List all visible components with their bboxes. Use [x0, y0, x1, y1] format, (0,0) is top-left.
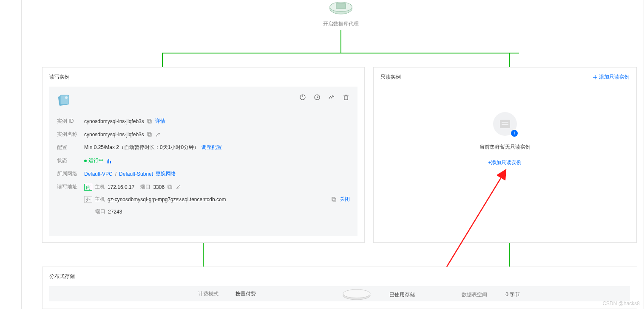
label-billing: 计费模式 [198, 290, 225, 298]
config-value: Min 0.25/Max 2（自动暂停时长：0天1小时0分钟） [84, 144, 199, 151]
label-network: 所属网络 [57, 170, 84, 177]
label-instance-name: 实例名称 [57, 131, 84, 138]
proxy-label: 开启数据库代理 [322, 20, 360, 28]
rw-title: 读写实例 [49, 73, 70, 81]
external-port: 27243 [108, 209, 122, 215]
ro-instance-card: 只读实例 添加只读实例 ! 当前集群暂无只读实例 +添加只读实例 [373, 67, 637, 243]
watermark: CSDN @hacks8 [602, 301, 640, 306]
svg-rect-21 [333, 198, 336, 201]
chart-icon[interactable] [106, 158, 112, 164]
copy-icon[interactable] [147, 132, 153, 138]
connector-line [340, 30, 341, 53]
add-ro-button[interactable]: +添加只读实例 [374, 159, 636, 166]
edit-icon[interactable] [155, 132, 161, 138]
power-icon[interactable] [299, 93, 306, 101]
ro-title: 只读实例 [380, 73, 401, 81]
instance-id: cynosdbmysql-ins-jiqfeb3s [84, 118, 144, 124]
internal-badge: 内 [84, 184, 92, 191]
storage-card: 分布式存储 计费模式 按量付费 已使用存储 数据表空间 0 字节 [42, 267, 637, 309]
svg-rect-17 [108, 159, 109, 163]
delete-icon[interactable] [342, 93, 350, 101]
connector-line [509, 53, 510, 68]
used-storage-label: 已使用存储 [389, 291, 415, 298]
copy-icon[interactable] [167, 184, 173, 190]
panel-actions [299, 93, 350, 101]
adjust-config-link[interactable]: 调整配置 [201, 144, 222, 151]
svg-rect-15 [148, 132, 150, 135]
label-status: 状态 [57, 157, 84, 164]
add-ro-button-top[interactable]: 添加只读实例 [593, 73, 630, 81]
label-instance-id: 实例 ID [57, 118, 84, 125]
external-badge: 外 [84, 196, 92, 203]
empty-state-icon: ! [493, 112, 517, 136]
subnet-link[interactable]: Default-Subnet [119, 171, 153, 177]
storage-title: 分布式存储 [49, 273, 75, 280]
restart-icon[interactable] [313, 93, 321, 101]
label-host: 主机 [95, 196, 105, 203]
label-port: 端口 [95, 208, 105, 215]
storage-disk-icon [342, 286, 372, 301]
empty-text: 当前集群暂无只读实例 [374, 143, 636, 151]
monitor-icon[interactable] [328, 93, 335, 101]
rw-instance-card: 读写实例 [42, 67, 365, 243]
copy-icon[interactable] [331, 197, 337, 202]
svg-rect-2 [336, 4, 346, 8]
label-config: 配置 [57, 144, 84, 151]
svg-rect-9 [344, 96, 348, 100]
info-badge-icon: ! [511, 130, 518, 137]
edit-icon[interactable] [176, 184, 182, 190]
svg-rect-20 [168, 185, 171, 188]
proxy-node[interactable]: 开启数据库代理 [322, 0, 360, 28]
table-space-value: 0 字节 [505, 292, 520, 298]
label-rw-addr: 读写地址 [57, 183, 84, 191]
svg-rect-12 [148, 120, 151, 123]
proxy-icon [328, 0, 354, 17]
details-link[interactable]: 详情 [155, 118, 165, 125]
svg-rect-4 [60, 95, 69, 104]
status-badge: 运行中 [84, 157, 104, 164]
billing-value: 按量付费 [235, 290, 256, 298]
connector-line [162, 53, 519, 53]
connector-line [162, 53, 163, 68]
label-host: 主机 [95, 183, 105, 191]
db-icon [57, 93, 71, 107]
connector-line [203, 243, 204, 267]
svg-rect-13 [148, 119, 150, 122]
internal-host: 172.16.0.17 [108, 184, 134, 190]
svg-rect-18 [110, 161, 111, 163]
svg-rect-19 [169, 186, 172, 189]
vpc-link[interactable]: Default-VPC [84, 171, 113, 177]
internal-port: 3306 [153, 184, 165, 190]
label-port: 端口 [140, 183, 150, 191]
connector-line [509, 243, 510, 267]
change-network-link[interactable]: 更换网络 [156, 170, 176, 177]
label-table-space: 数据表空间 [462, 292, 487, 298]
svg-rect-14 [148, 133, 151, 136]
close-external-link[interactable]: 关闭 [331, 196, 350, 203]
svg-point-5 [65, 96, 68, 99]
svg-point-27 [343, 289, 370, 298]
instance-name: cynosdbmysql-ins-jiqfeb3s [84, 132, 144, 138]
svg-rect-16 [107, 160, 108, 163]
svg-rect-22 [332, 197, 335, 200]
external-host: gz-cynosdbmysql-grp-mpg7gzsv.sql.tencent… [108, 197, 226, 202]
copy-icon[interactable] [147, 118, 153, 124]
